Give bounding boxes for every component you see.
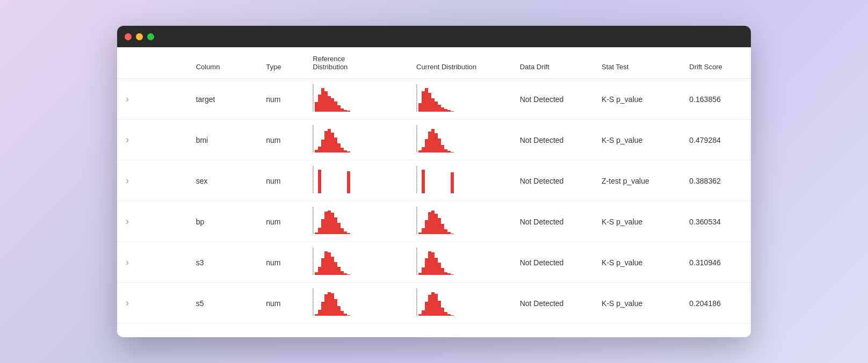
cell-drift-score: 0.310946 [681, 242, 751, 283]
cell-data-drift: Not Detected [511, 283, 593, 324]
table-row: ›s3numNot DetectedK-S p_value0.310946 [117, 242, 751, 283]
histogram-bar [451, 172, 454, 193]
cell-data-drift: Not Detected [511, 120, 593, 161]
cell-stat-test: K-S p_value [593, 242, 681, 283]
cell-stat-test: K-S p_value [593, 201, 681, 242]
cell-data-drift: Not Detected [511, 242, 593, 283]
histogram-chart [416, 125, 494, 155]
row-expand-button[interactable]: › [126, 297, 129, 308]
histogram-chart [313, 207, 390, 236]
cell-data-drift: Not Detected [511, 201, 593, 242]
cell-type: num [257, 283, 304, 324]
cell-stat-test: K-S p_value [593, 283, 681, 324]
histogram-chart [313, 288, 390, 318]
histogram-bar [451, 111, 454, 112]
table-header-row: Column Type ReferenceDistribution Curren… [117, 47, 751, 79]
data-drift-table: Column Type ReferenceDistribution Curren… [117, 47, 751, 324]
header-current-distribution: Current Distribution [408, 47, 511, 79]
table-row: ›bpnumNot DetectedK-S p_value0.360534 [117, 201, 751, 242]
titlebar [117, 26, 751, 47]
histogram-chart [416, 248, 494, 277]
main-window: Column Type ReferenceDistribution Curren… [117, 26, 751, 337]
histogram-bar [347, 315, 350, 316]
header-expand [117, 47, 187, 79]
cell-type: num [257, 79, 304, 120]
histogram-bar [451, 234, 454, 234]
histogram-chart [313, 166, 390, 195]
cell-stat-test: K-S p_value [593, 120, 681, 161]
histogram-bar [347, 274, 350, 275]
cell-reference-distribution [304, 201, 408, 242]
header-data-drift: Data Drift [511, 47, 593, 79]
cell-data-drift: Not Detected [511, 79, 593, 120]
cell-stat-test: K-S p_value [593, 79, 681, 120]
histogram-bar [347, 111, 350, 112]
table-row: ›targetnumNot DetectedK-S p_value0.16385… [117, 79, 751, 120]
cell-current-distribution [408, 79, 511, 120]
row-expand-button[interactable]: › [126, 134, 129, 145]
cell-type: num [257, 120, 304, 161]
histogram-chart [313, 248, 390, 277]
histogram-chart [416, 207, 494, 236]
header-drift-score: Drift Score [681, 47, 751, 79]
cell-reference-distribution [304, 120, 408, 161]
row-expand-button[interactable]: › [126, 216, 129, 227]
cell-current-distribution [408, 201, 511, 242]
cell-reference-distribution [304, 79, 408, 120]
cell-type: num [257, 161, 304, 201]
header-column: Column [187, 47, 258, 79]
cell-drift-score: 0.388362 [681, 161, 751, 201]
cell-reference-distribution [304, 242, 408, 283]
table-row: ›sexnumNot DetectedZ-test p_value0.38836… [117, 161, 751, 201]
table-container[interactable]: Column Type ReferenceDistribution Curren… [117, 47, 751, 337]
histogram-bar [451, 315, 454, 316]
cell-current-distribution [408, 283, 511, 324]
cell-column-name: target [187, 79, 258, 120]
cell-column-name: s3 [187, 242, 258, 283]
cell-reference-distribution [304, 161, 408, 201]
histogram-bar [347, 151, 350, 153]
histogram-bar [451, 274, 454, 275]
histogram-bar [422, 170, 425, 193]
histogram-chart [416, 84, 494, 114]
cell-stat-test: Z-test p_value [593, 161, 681, 201]
header-type: Type [257, 47, 304, 79]
maximize-button[interactable] [147, 33, 154, 40]
cell-reference-distribution [304, 283, 408, 324]
row-expand-button[interactable]: › [126, 175, 129, 186]
cell-drift-score: 0.163856 [681, 79, 751, 120]
histogram-bar [451, 152, 454, 153]
table-row: ›s5numNot DetectedK-S p_value0.204186 [117, 283, 751, 324]
histogram-bar [347, 233, 350, 234]
cell-column-name: bmi [187, 120, 258, 161]
cell-drift-score: 0.204186 [681, 283, 751, 324]
minimize-button[interactable] [136, 33, 143, 40]
table-row: ›bminumNot DetectedK-S p_value0.479284 [117, 120, 751, 161]
cell-type: num [257, 201, 304, 242]
histogram-chart [313, 84, 390, 114]
histogram-bar [318, 170, 321, 193]
row-expand-button[interactable]: › [126, 93, 129, 104]
histogram-chart [313, 125, 390, 155]
header-stat-test: Stat Test [593, 47, 681, 79]
cell-column-name: bp [187, 201, 258, 242]
header-reference-distribution: ReferenceDistribution [304, 47, 408, 79]
cell-drift-score: 0.479284 [681, 120, 751, 161]
histogram-bar [347, 171, 350, 193]
cell-column-name: sex [187, 161, 258, 201]
cell-type: num [257, 242, 304, 283]
cell-current-distribution [408, 161, 511, 201]
row-expand-button[interactable]: › [126, 257, 129, 267]
cell-column-name: s5 [187, 283, 258, 324]
cell-current-distribution [408, 120, 511, 161]
close-button[interactable] [125, 33, 132, 40]
cell-data-drift: Not Detected [511, 161, 593, 201]
cell-drift-score: 0.360534 [681, 201, 751, 242]
cell-current-distribution [408, 242, 511, 283]
histogram-chart [416, 166, 494, 195]
histogram-chart [416, 288, 494, 318]
